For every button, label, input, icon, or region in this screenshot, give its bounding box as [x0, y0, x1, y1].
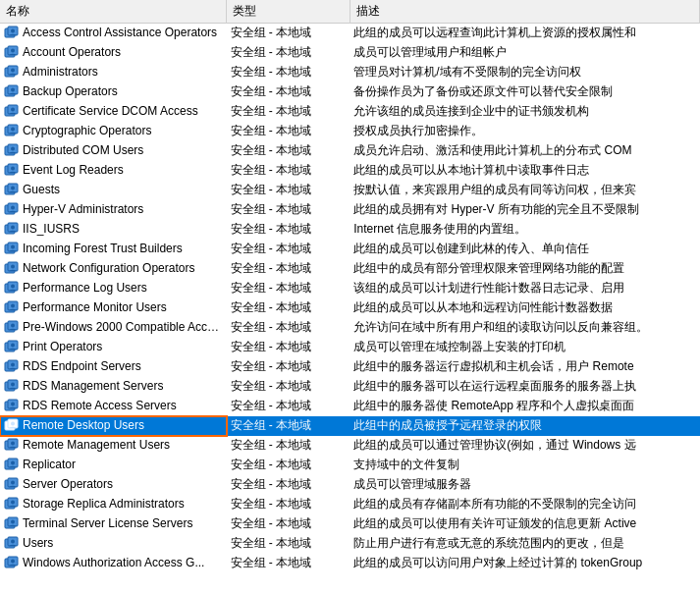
row-type: 安全组 - 本地域 — [227, 240, 350, 259]
group-icon — [4, 299, 20, 315]
row-desc: 允许该组的成员连接到企业中的证书颁发机构 — [350, 102, 699, 122]
row-desc: 此组的成员可以从本地和远程访问性能计数器数据 — [350, 298, 699, 318]
svg-point-23 — [11, 166, 15, 170]
row-desc: 此组的成员拥有对 Hyper-V 所有功能的完全且不受限制 — [350, 200, 699, 220]
row-desc: 按默认值，来宾跟用户组的成员有同等访问权，但来宾 — [350, 181, 699, 200]
row-name: Storage Replica Administrators — [0, 495, 227, 514]
table-row[interactable]: Incoming Forest Trust Builders安全组 - 本地域此… — [0, 240, 700, 259]
table-row[interactable]: Remote Management Users安全组 - 本地域此组的成员可以通… — [0, 436, 700, 456]
row-desc: 此组中的成员有部分管理权限来管理网络功能的配置 — [350, 259, 699, 279]
svg-point-5 — [11, 48, 15, 52]
table-row[interactable]: Hyper-V Administrators安全组 - 本地域此组的成员拥有对 … — [0, 200, 700, 220]
row-name-text: Certificate Service DCOM Access — [23, 104, 198, 118]
row-name-text: Windows Authorization Access G... — [23, 556, 204, 569]
table-row[interactable]: Terminal Server License Servers安全组 - 本地域… — [0, 514, 700, 534]
svg-point-50 — [11, 343, 15, 347]
group-icon — [4, 260, 20, 276]
svg-point-71 — [11, 480, 15, 484]
table-body: Access Control Assistance Operators安全组 -… — [0, 24, 700, 573]
table-row[interactable]: Performance Log Users安全组 - 本地域该组的成员可以计划进… — [0, 279, 700, 298]
table-row[interactable]: Access Control Assistance Operators安全组 -… — [0, 24, 700, 43]
svg-point-83 — [11, 559, 15, 563]
row-desc: 此组的成员可以访问用户对象上经过计算的 tokenGroup — [350, 554, 699, 573]
row-name: RDS Endpoint Servers — [0, 357, 227, 377]
table-row[interactable]: Distributed COM Users安全组 - 本地域成员允许启动、激活和… — [0, 141, 700, 161]
row-desc: 支持域中的文件复制 — [350, 456, 699, 475]
row-desc: 此组的成员可以通过管理协议(例如，通过 Windows 远 — [350, 436, 699, 456]
group-icon — [4, 535, 20, 551]
table-row[interactable]: RDS Remote Access Servers安全组 - 本地域此组中的服务… — [0, 397, 700, 416]
row-desc: 此组的成员可以使用有关许可证颁发的信息更新 Active — [350, 514, 699, 534]
group-icon — [4, 515, 20, 531]
row-name: Terminal Server License Servers — [0, 514, 227, 534]
row-type: 安全组 - 本地域 — [227, 298, 350, 318]
row-desc: 防止用户进行有意或无意的系统范围内的更改，但是 — [350, 534, 699, 554]
table-row[interactable]: Replicator安全组 - 本地域支持域中的文件复制 — [0, 456, 700, 475]
row-type: 安全组 - 本地域 — [227, 495, 350, 514]
row-name: Windows Authorization Access G... — [0, 554, 227, 573]
row-name-text: Server Operators — [23, 477, 113, 491]
row-name: Event Log Readers — [0, 161, 227, 181]
row-name-text: Cryptographic Operators — [23, 124, 151, 137]
row-name: Incoming Forest Trust Builders — [0, 240, 227, 259]
row-name-text: Performance Log Users — [23, 281, 147, 295]
table-row[interactable]: Administrators安全组 - 本地域管理员对计算机/域有不受限制的完全… — [0, 63, 700, 82]
svg-point-17 — [11, 127, 15, 131]
group-icon — [4, 457, 20, 472]
table-row[interactable]: Print Operators安全组 - 本地域成员可以管理在域控制器上安装的打… — [0, 338, 700, 357]
row-type: 安全组 - 本地域 — [227, 456, 350, 475]
svg-point-26 — [11, 186, 15, 189]
row-name-text: Event Log Readers — [23, 163, 124, 177]
row-name-text: Account Operators — [23, 45, 121, 59]
row-desc: 成员可以管理域用户和组帐户 — [350, 43, 699, 63]
row-name: Pre-Windows 2000 Compatible Access — [0, 318, 227, 338]
row-desc: 此组中的服务器使 RemoteApp 程序和个人虚拟桌面面 — [350, 397, 699, 416]
row-name: Network Configuration Operators — [0, 259, 227, 279]
svg-point-62 — [11, 421, 15, 425]
row-name: Distributed COM Users — [0, 141, 227, 161]
table-row[interactable]: Event Log Readers安全组 - 本地域此组的成员可以从本地计算机中… — [0, 161, 700, 181]
table-row[interactable]: Guests安全组 - 本地域按默认值，来宾跟用户组的成员有同等访问权，但来宾 — [0, 181, 700, 200]
table-row[interactable]: RDS Management Servers安全组 - 本地域此组中的服务器可以… — [0, 377, 700, 397]
svg-point-11 — [11, 87, 15, 91]
group-icon — [4, 555, 20, 570]
row-desc: 此组的成员可以从本地计算机中读取事件日志 — [350, 161, 699, 181]
table-row[interactable]: Backup Operators安全组 - 本地域备份操作员为了备份或还原文件可… — [0, 82, 700, 102]
row-name-text: RDS Endpoint Servers — [23, 359, 141, 373]
row-type: 安全组 - 本地域 — [227, 122, 350, 141]
table-row[interactable]: IIS_IUSRS安全组 - 本地域Internet 信息服务使用的内置组。 — [0, 220, 700, 240]
main-table-container[interactable]: 名称 类型 描述 Access Control Assistance Opera… — [0, 0, 700, 594]
table-row[interactable]: Users安全组 - 本地域防止用户进行有意或无意的系统范围内的更改，但是 — [0, 534, 700, 554]
table-row[interactable]: Performance Monitor Users安全组 - 本地域此组的成员可… — [0, 298, 700, 318]
table-row[interactable]: Network Configuration Operators安全组 - 本地域… — [0, 259, 700, 279]
row-desc: 此组的成员有存储副本所有功能的不受限制的完全访问 — [350, 495, 699, 514]
row-type: 安全组 - 本地域 — [227, 554, 350, 573]
row-name-text: Remote Desktop Users — [23, 418, 144, 432]
row-name: Account Operators — [0, 43, 227, 63]
table-row[interactable]: Remote Desktop Users安全组 - 本地域此组中的成员被授予远程… — [0, 416, 700, 436]
table-row[interactable]: Cryptographic Operators安全组 - 本地域授权成员执行加密… — [0, 122, 700, 141]
group-icon — [4, 319, 20, 335]
row-desc: 此组的成员可以远程查询此计算机上资源的授权属性和 — [350, 24, 699, 43]
row-desc: 此组中的成员被授予远程登录的权限 — [350, 416, 699, 436]
svg-point-47 — [11, 323, 15, 327]
row-name-text: Access Control Assistance Operators — [23, 26, 217, 39]
svg-point-65 — [11, 441, 15, 445]
svg-point-14 — [11, 107, 15, 111]
row-name: RDS Management Servers — [0, 377, 227, 397]
svg-point-29 — [11, 205, 15, 209]
row-name: RDS Remote Access Servers — [0, 397, 227, 416]
table-row[interactable]: Certificate Service DCOM Access安全组 - 本地域… — [0, 102, 700, 122]
row-name-text: Storage Replica Administrators — [23, 497, 185, 511]
table-row[interactable]: Windows Authorization Access G...安全组 - 本… — [0, 554, 700, 573]
table-row[interactable]: Storage Replica Administrators安全组 - 本地域此… — [0, 495, 700, 514]
group-icon — [4, 142, 20, 158]
row-name: Remote Desktop Users — [0, 416, 227, 436]
table-row[interactable]: Server Operators安全组 - 本地域成员可以管理域服务器 — [0, 475, 700, 495]
group-icon — [4, 162, 20, 178]
row-type: 安全组 - 本地域 — [227, 514, 350, 534]
table-row[interactable]: RDS Endpoint Servers安全组 - 本地域此组中的服务器运行虚拟… — [0, 357, 700, 377]
row-name-text: IIS_IUSRS — [23, 222, 80, 236]
table-row[interactable]: Account Operators安全组 - 本地域成员可以管理域用户和组帐户 — [0, 43, 700, 63]
table-row[interactable]: Pre-Windows 2000 Compatible Access安全组 - … — [0, 318, 700, 338]
